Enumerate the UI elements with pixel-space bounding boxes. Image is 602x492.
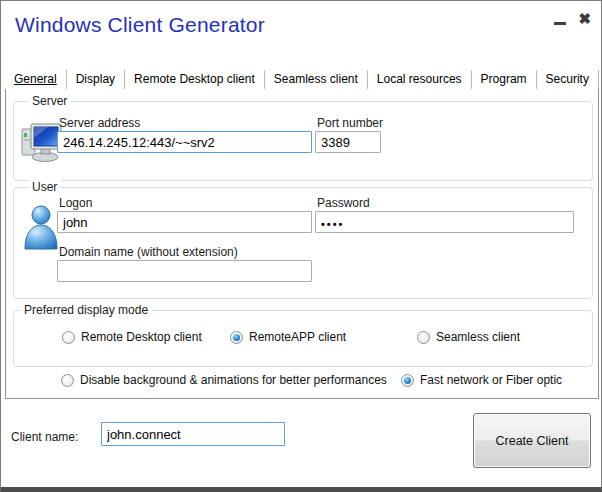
radio-disable-background-animations[interactable]: Disable background & animations for bett… bbox=[61, 373, 387, 387]
radio-icon[interactable] bbox=[417, 331, 430, 344]
radio-label: Seamless client bbox=[436, 330, 520, 344]
close-icon[interactable]: ✖ bbox=[578, 11, 591, 27]
tab-local-resources[interactable]: Local resources bbox=[368, 70, 472, 89]
radio-label: Fast network or Fiber optic bbox=[420, 373, 562, 387]
port-number-label: Port number bbox=[317, 116, 383, 130]
tab-seamless-client[interactable]: Seamless client bbox=[265, 70, 368, 89]
server-group-label: Server bbox=[28, 94, 71, 108]
port-number-input[interactable] bbox=[315, 131, 381, 153]
password-input[interactable] bbox=[315, 211, 574, 233]
tab-bar: General Display Remote Desktop client Se… bbox=[5, 70, 597, 90]
radio-label: RemoteAPP client bbox=[249, 330, 346, 344]
server-address-label: Server address bbox=[59, 116, 140, 130]
client-name-label: Client name: bbox=[11, 430, 78, 444]
tab-security[interactable]: Security bbox=[537, 70, 599, 89]
logon-input[interactable] bbox=[57, 211, 312, 233]
user-groupbox: User Logon Password Domain name (without… bbox=[13, 187, 593, 299]
domain-name-label: Domain name (without extension) bbox=[59, 245, 238, 259]
minimize-icon[interactable] bbox=[554, 11, 568, 27]
logon-label: Logon bbox=[59, 196, 92, 210]
tab-program[interactable]: Program bbox=[472, 70, 537, 89]
radio-icon[interactable] bbox=[230, 331, 243, 344]
tab-remote-desktop-client[interactable]: Remote Desktop client bbox=[125, 70, 265, 89]
radio-icon[interactable] bbox=[401, 374, 414, 387]
password-label: Password bbox=[317, 196, 370, 210]
create-client-button[interactable]: Create Client bbox=[473, 413, 591, 468]
radio-remote-desktop-client[interactable]: Remote Desktop client bbox=[62, 330, 202, 344]
radio-label: Remote Desktop client bbox=[81, 330, 202, 344]
domain-name-input[interactable] bbox=[57, 260, 312, 282]
radio-seamless-client[interactable]: Seamless client bbox=[417, 330, 520, 344]
server-address-input[interactable] bbox=[57, 131, 312, 153]
tab-general[interactable]: General bbox=[5, 70, 67, 89]
window-controls: ✖ bbox=[554, 11, 591, 27]
display-mode-groupbox: Preferred display mode Remote Desktop cl… bbox=[13, 310, 593, 367]
tab-display[interactable]: Display bbox=[67, 70, 125, 89]
windows-client-generator-dialog: Windows Client Generator ✖ General Displ… bbox=[0, 0, 602, 492]
radio-label: Disable background & animations for bett… bbox=[80, 373, 387, 387]
server-groupbox: Server Server address Port number bbox=[13, 101, 593, 181]
user-group-label: User bbox=[28, 180, 61, 194]
user-icon bbox=[22, 204, 60, 254]
radio-icon[interactable] bbox=[61, 374, 74, 387]
radio-remoteapp-client[interactable]: RemoteAPP client bbox=[230, 330, 346, 344]
client-name-input[interactable] bbox=[101, 422, 285, 446]
page-title: Windows Client Generator bbox=[15, 13, 265, 37]
radio-fast-network-fiber-optic[interactable]: Fast network or Fiber optic bbox=[401, 373, 562, 387]
display-mode-group-label: Preferred display mode bbox=[20, 303, 152, 317]
radio-icon[interactable] bbox=[62, 331, 75, 344]
minimize-dash bbox=[554, 22, 566, 25]
